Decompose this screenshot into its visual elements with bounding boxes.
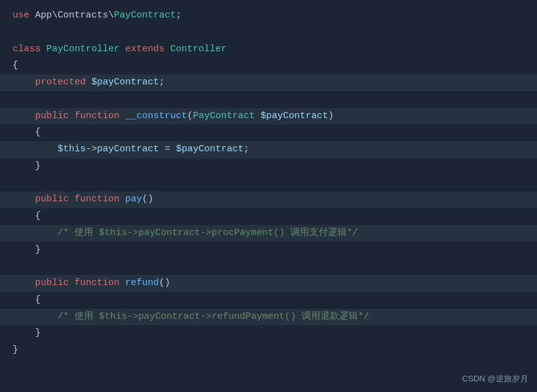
line-class-close: } bbox=[0, 342, 537, 359]
line-pay-comment: /* 使用 $this->payContract->procPayment() … bbox=[0, 225, 537, 242]
line-refund-open: { bbox=[0, 292, 537, 309]
line-constructor-close: } bbox=[0, 158, 537, 175]
code-editor: use App\Contracts\PayContract; class Pay… bbox=[0, 0, 537, 392]
line-constructor-open: { bbox=[0, 124, 537, 141]
line-pay-close: } bbox=[0, 242, 537, 259]
line-pay-sig: public function pay() bbox=[0, 191, 537, 208]
line-refund-comment: /* 使用 $this->payContract->refundPayment(… bbox=[0, 309, 537, 326]
line-1: use App\Contracts\PayContract; bbox=[0, 8, 537, 24]
line-constructor-body: $this->payContract = $payContract; bbox=[0, 141, 537, 158]
line-class: class PayController extends Controller bbox=[0, 41, 537, 58]
line-blank-2 bbox=[0, 91, 537, 108]
line-protected: protected $payContract; bbox=[0, 74, 537, 91]
line-blank-3 bbox=[0, 175, 537, 192]
line-refund-close: } bbox=[0, 325, 537, 342]
line-blank-1 bbox=[0, 24, 537, 41]
line-pay-open: { bbox=[0, 208, 537, 225]
line-refund-sig: public function refund() bbox=[0, 275, 537, 292]
watermark: CSDN @逆旅岁月 bbox=[462, 373, 528, 386]
line-constructor-sig: public function __construct(PayContract … bbox=[0, 108, 537, 125]
line-open-brace: { bbox=[0, 58, 537, 74]
line-blank-4 bbox=[0, 258, 537, 275]
